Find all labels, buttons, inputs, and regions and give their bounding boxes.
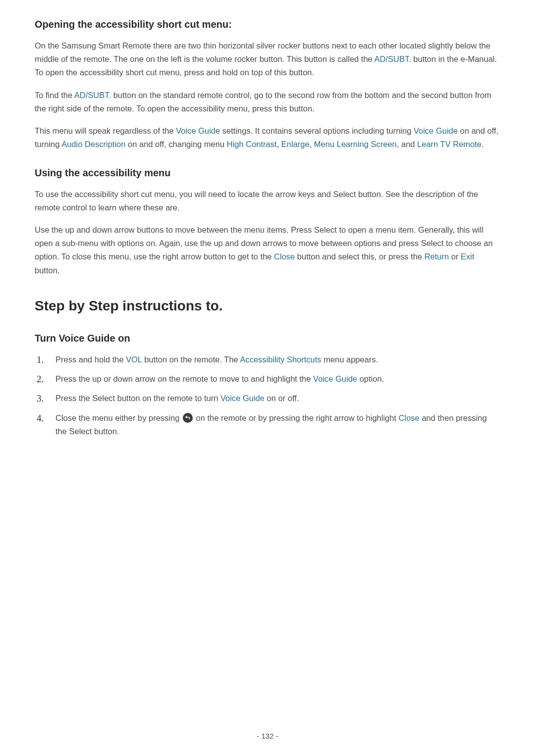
ordered-list: Press and hold the VOL button on the rem… [35, 353, 500, 438]
term-accessibility-shortcuts: Accessibility Shortcuts [240, 355, 321, 364]
term-close: Close [399, 413, 420, 422]
list-item: Press the Select button on the remote to… [53, 392, 500, 405]
term-voice-guide: Voice Guide [220, 394, 265, 403]
paragraph: This menu will speak regardless of the V… [35, 124, 500, 151]
heading-using-accessibility: Using the accessibility menu [35, 167, 500, 179]
paragraph: To use the accessibility short cut menu,… [35, 188, 500, 214]
return-icon [183, 413, 193, 423]
term-close: Close [274, 252, 295, 261]
term-exit: Exit [461, 252, 475, 261]
term-vol: VOL [126, 355, 142, 364]
section-turn-voice-guide-on: Turn Voice Guide on Press and hold the V… [35, 333, 500, 438]
term-voice-guide: Voice Guide [176, 126, 220, 135]
paragraph: Use the up and down arrow buttons to mov… [35, 223, 500, 277]
term-enlarge: Enlarge [281, 140, 310, 149]
heading-step-by-step: Step by Step instructions to. [35, 298, 500, 314]
term-voice-guide: Voice Guide [414, 126, 458, 135]
term-learn-tv-remote: Learn TV Remote [417, 140, 482, 149]
section-using-accessibility-menu: Using the accessibility menu To use the … [35, 167, 500, 277]
term-ad-subt: AD/SUBT. [74, 91, 111, 100]
paragraph: To find the AD/SUBT. button on the stand… [35, 89, 500, 115]
list-item: Close the menu either by pressing on the… [53, 411, 500, 438]
term-high-contrast: High Contrast [227, 140, 277, 149]
paragraph: On the Samsung Smart Remote there are tw… [35, 39, 500, 80]
list-item: Press and hold the VOL button on the rem… [53, 353, 500, 366]
term-return: Return [425, 252, 449, 261]
page-number: - 132 - [0, 732, 535, 740]
term-voice-guide: Voice Guide [313, 374, 357, 383]
term-audio-description: Audio Description [61, 140, 125, 149]
section-opening-shortcut-menu: Opening the accessibility short cut menu… [35, 19, 500, 151]
heading-turn-voice-guide: Turn Voice Guide on [35, 333, 500, 344]
term-menu-learning-screen: Menu Learning Screen [314, 140, 397, 149]
list-item: Press the up or down arrow on the remote… [53, 372, 500, 386]
term-ad-subt: AD/SUBT. [374, 54, 411, 63]
heading-opening-shortcut: Opening the accessibility short cut menu… [35, 19, 500, 30]
